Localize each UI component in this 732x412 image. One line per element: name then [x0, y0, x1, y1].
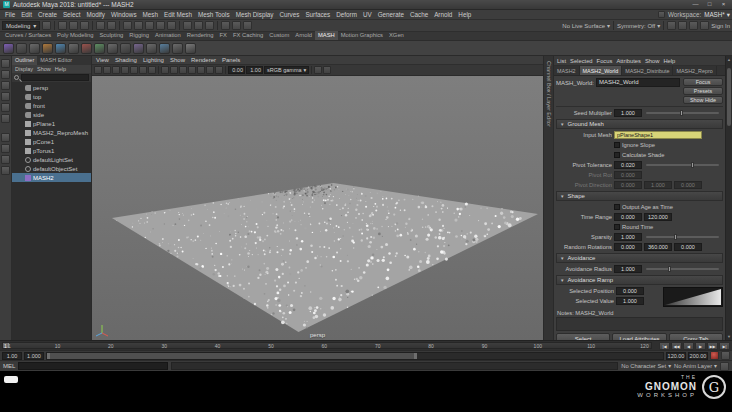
playback-end-field[interactable]: 200.00 — [688, 352, 708, 360]
attribute-editor-menu-item[interactable]: Show — [645, 58, 660, 64]
outliner-item[interactable]: pCone1 — [12, 137, 91, 146]
select-camera-icon[interactable] — [94, 66, 102, 74]
mash-dynamics-icon[interactable] — [81, 43, 92, 54]
shelf-tab[interactable]: Sculpting — [97, 31, 127, 40]
workspace-dropdown[interactable]: MASH* ▾ — [704, 11, 730, 18]
step-back-button[interactable]: ◀◀ — [671, 342, 682, 350]
menu-item[interactable]: Curves — [276, 10, 302, 19]
notes-field[interactable] — [556, 317, 723, 331]
channel-box-tab[interactable]: Channel Box / Layer Editor — [546, 56, 552, 127]
panel-menu-item[interactable]: Show — [170, 57, 185, 63]
shelf-tab[interactable]: XGen — [386, 31, 407, 40]
screen-space-ao-icon[interactable] — [206, 66, 214, 74]
menu-item[interactable]: Edit — [18, 10, 35, 19]
attribute-editor-menu-item[interactable]: Help — [663, 58, 675, 64]
outliner-menu-item[interactable]: Display — [15, 66, 33, 72]
section-avoidance[interactable]: ▼ Avoidance — [556, 253, 723, 263]
mash-orient-icon[interactable] — [172, 43, 183, 54]
camera-attributes-icon[interactable] — [112, 66, 120, 74]
mash-falloff-icon[interactable] — [94, 43, 105, 54]
shelf-tab[interactable]: FX Caching — [230, 31, 266, 40]
presets-button[interactable]: Presets — [683, 87, 723, 95]
section-shape[interactable]: ▼ Shape — [556, 191, 723, 201]
menu-item[interactable]: UV — [360, 10, 375, 19]
ipr-render-icon[interactable] — [232, 21, 241, 30]
calculate-shade-checkbox[interactable] — [614, 152, 620, 158]
output-connections-icon[interactable] — [194, 21, 203, 30]
animation-preferences-icon[interactable] — [721, 351, 730, 360]
mash-flight-icon[interactable] — [107, 43, 118, 54]
motion-blur-icon[interactable] — [215, 66, 223, 74]
panel-menu-item[interactable]: View — [96, 57, 109, 63]
channel-box-icon[interactable] — [678, 21, 687, 30]
animation-end-field[interactable]: 120.00 — [666, 352, 686, 360]
close-button[interactable]: × — [718, 0, 729, 9]
script-editor-icon[interactable] — [720, 362, 729, 371]
mash-influence-icon[interactable] — [133, 43, 144, 54]
shelf-tab[interactable]: Animation — [152, 31, 184, 40]
new-scene-icon[interactable] — [58, 21, 67, 30]
attribute-editor-icon[interactable] — [689, 21, 698, 30]
section-avoidance-ramp[interactable]: ▼ Avoidance Ramp — [556, 275, 723, 285]
time-range-end-field[interactable]: 120.000 — [644, 213, 672, 221]
outliner-menu-item[interactable]: Show — [37, 66, 51, 72]
avoidance-radius-slider[interactable] — [646, 268, 719, 270]
node-tab[interactable]: MASH2 — [554, 66, 580, 75]
menu-item[interactable]: Generate — [375, 10, 407, 19]
panel-menu-item[interactable]: Renderer — [191, 57, 216, 63]
go-to-start-button[interactable]: |◀ — [659, 342, 670, 350]
seed-multiplier-slider[interactable] — [646, 112, 719, 114]
no-live-surface-dropdown[interactable]: No Live Surface ▾ — [562, 22, 610, 29]
shelf-tab[interactable]: Motion Graphics — [338, 31, 386, 40]
attribute-editor-menu-item[interactable]: List — [557, 58, 566, 64]
outliner-item[interactable]: MASH2_ReproMesh — [12, 128, 91, 137]
modeling-toolkit-icon[interactable] — [667, 21, 676, 30]
symmetry-dropdown[interactable]: Symmetry: Off ▾ — [617, 22, 660, 29]
outliner-item[interactable]: side — [12, 110, 91, 119]
node-tab[interactable]: MASH2_Repro — [673, 66, 716, 75]
outliner-item[interactable]: MASH2 — [12, 173, 91, 182]
sign-in-button[interactable]: Sign In — [711, 23, 730, 29]
scrollbar-thumb[interactable] — [727, 68, 731, 126]
shelf-tab[interactable]: FX — [217, 31, 230, 40]
wireframe-icon[interactable] — [161, 66, 169, 74]
section-ground-mesh[interactable]: ▼ Ground Mesh — [556, 119, 723, 129]
ae-footer-button[interactable]: Copy Tab — [669, 333, 723, 340]
shelf-tab[interactable]: Rigging — [126, 31, 152, 40]
pivot-direction-z-field[interactable]: 0.000 — [674, 181, 702, 189]
outliner-item[interactable]: defaultLightSet — [12, 155, 91, 164]
ramp-preview[interactable] — [663, 287, 723, 307]
rotate-tool-icon[interactable] — [1, 103, 10, 112]
pivot-rot-field[interactable]: 0.000 — [614, 171, 642, 179]
command-input[interactable] — [18, 362, 168, 370]
snap-to-point-icon[interactable] — [145, 21, 154, 30]
sparsity-field[interactable]: 1.000 — [614, 233, 642, 241]
scale-tool-icon[interactable] — [1, 114, 10, 123]
move-tool-icon[interactable] — [1, 92, 10, 101]
panel-menu-item[interactable]: Lighting — [143, 57, 164, 63]
open-scene-icon[interactable] — [69, 21, 78, 30]
slider-handle[interactable] — [668, 266, 671, 272]
focus-button[interactable]: Focus — [683, 78, 723, 86]
slider-handle[interactable] — [680, 110, 683, 116]
input-connections-icon[interactable] — [183, 21, 192, 30]
mash-offset-icon[interactable] — [159, 43, 170, 54]
round-time-checkbox[interactable] — [614, 224, 620, 230]
show-hide-button[interactable]: Show Hide — [683, 96, 723, 104]
menu-item[interactable]: Windows — [108, 10, 140, 19]
shelf-tab[interactable]: Poly Modeling — [54, 31, 96, 40]
single-pane-layout-icon[interactable] — [1, 133, 10, 142]
play-backwards-button[interactable]: ◀ — [683, 342, 694, 350]
menu-item[interactable]: Create — [35, 10, 60, 19]
redo-icon[interactable] — [107, 21, 116, 30]
node-tab[interactable]: MASH2_Distribute — [622, 66, 673, 75]
mash-audio-icon[interactable] — [29, 43, 40, 54]
shadows-icon[interactable] — [197, 66, 205, 74]
panel-menu-item[interactable]: Shading — [115, 57, 137, 63]
mash-editor-icon[interactable] — [16, 43, 27, 54]
attribute-editor-menu-item[interactable]: Focus — [597, 58, 613, 64]
character-set-dropdown[interactable]: No Character Set ▾ — [621, 363, 671, 369]
gamma-field[interactable]: 1.00 — [246, 66, 263, 74]
animation-start-field[interactable]: 1.000 — [24, 352, 44, 360]
node-name-field[interactable]: MASH2_World — [596, 78, 680, 87]
